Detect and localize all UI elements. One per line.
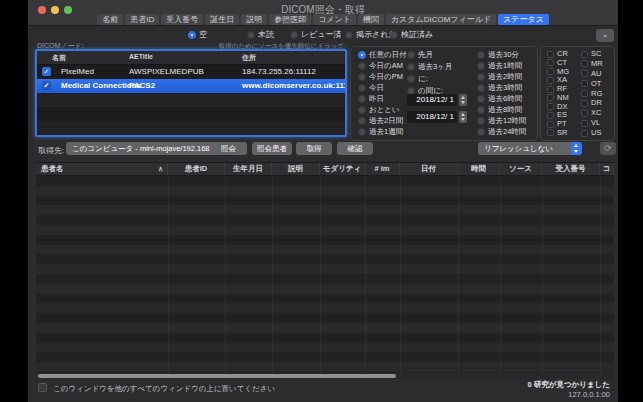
refresh-mode-dropdown[interactable]: リフレッシュしない bbox=[478, 142, 582, 155]
modality-rg[interactable]: RG bbox=[581, 90, 603, 98]
date-radio-quick-6[interactable]: 過去2日間 bbox=[358, 116, 407, 126]
date-radio-hours-3[interactable]: 過去3時間 bbox=[477, 83, 526, 93]
node-col-address[interactable]: 住所 bbox=[242, 53, 256, 63]
checkbox-icon bbox=[547, 112, 554, 119]
node-empty-row bbox=[37, 107, 345, 121]
checkbox-checked-icon[interactable]: ✓ bbox=[42, 67, 51, 76]
date-to-stepper[interactable] bbox=[459, 111, 467, 123]
results-col-2[interactable]: 生年月日 bbox=[225, 163, 272, 175]
modality-au[interactable]: AU bbox=[581, 70, 603, 78]
date-radio-hours-5[interactable]: 過去8時間 bbox=[477, 105, 526, 115]
modality-column-2: SCMRAUOTRGDRXCVLUS bbox=[581, 50, 603, 137]
date-radio-hours-6[interactable]: 過去12時間 bbox=[477, 116, 526, 126]
date-hours-column: 過去30分過去1時間過去2時間過去3時間過去6時間過去8時間過去12時間過去24… bbox=[477, 50, 526, 137]
date-radio-hours-0[interactable]: 過去30分 bbox=[477, 50, 526, 60]
radio-icon bbox=[358, 117, 366, 125]
scrollbar-thumb[interactable] bbox=[38, 374, 396, 378]
results-col-5[interactable]: # im bbox=[365, 163, 400, 175]
date-radio-month-1[interactable]: 過去3ヶ月 bbox=[407, 62, 452, 72]
dicom-node-table[interactable]: 名前 AETitle 住所 ✓PixelMedAWSPIXELMEDPUB184… bbox=[35, 49, 347, 137]
status-radio-1[interactable]: 未読 bbox=[247, 29, 274, 40]
tab-7[interactable]: 機関 bbox=[358, 14, 384, 25]
expand-options-button[interactable]: ⌄ bbox=[596, 29, 614, 42]
modality-mr[interactable]: MR bbox=[581, 60, 603, 68]
date-from-stepper[interactable] bbox=[459, 94, 467, 106]
modality-label: AU bbox=[591, 70, 601, 78]
modality-vl[interactable]: VL bbox=[581, 119, 603, 127]
tab-3[interactable]: 誕生日 bbox=[205, 14, 239, 25]
node-col-aetitle[interactable]: AETitle bbox=[129, 53, 153, 60]
verify-button[interactable]: 確認 bbox=[337, 142, 373, 155]
tab-1[interactable]: 患者ID bbox=[125, 14, 159, 25]
date-radio-quick-2[interactable]: 今日のPM bbox=[358, 72, 407, 82]
date-radio-hours-1[interactable]: 過去1時間 bbox=[477, 61, 526, 71]
node-row-1[interactable]: ✓Medical ConnectionsPACS2www.dicomserver… bbox=[37, 79, 345, 93]
modality-nm[interactable]: NM bbox=[547, 94, 569, 102]
tab-2[interactable]: 受入番号 bbox=[161, 14, 203, 25]
horizontal-scrollbar[interactable] bbox=[36, 373, 614, 379]
date-radio-quick-4[interactable]: 昨日 bbox=[358, 94, 407, 104]
results-col-10[interactable]: コ bbox=[600, 163, 614, 175]
results-col-1[interactable]: 患者ID bbox=[168, 163, 225, 175]
date-radio-quick-1[interactable]: 今日のAM bbox=[358, 61, 407, 71]
tab-0[interactable]: 名前 bbox=[97, 14, 123, 25]
status-radio-2[interactable]: レビュー済 bbox=[290, 29, 342, 40]
results-col-7[interactable]: 時間 bbox=[458, 163, 500, 175]
modality-sr[interactable]: SR bbox=[547, 129, 569, 137]
status-radio-4[interactable]: 検証済み bbox=[390, 29, 433, 40]
column-separator bbox=[365, 176, 366, 373]
modality-ct[interactable]: CT bbox=[547, 59, 569, 67]
modality-label: VL bbox=[591, 119, 600, 127]
radio-icon bbox=[358, 128, 366, 136]
radio-icon bbox=[477, 51, 485, 59]
checkbox-checked-icon[interactable]: ✓ bbox=[42, 81, 51, 90]
date-radio-quick-7[interactable]: 過去1週間 bbox=[358, 127, 407, 137]
date-radio-quick-0[interactable]: 任意の日付 bbox=[358, 50, 407, 60]
results-col-3[interactable]: 説明 bbox=[272, 163, 320, 175]
node-row-0[interactable]: ✓PixelMedAWSPIXELMEDPUB184.73.255.26:111… bbox=[37, 65, 345, 79]
date-radio-quick-3[interactable]: 今日 bbox=[358, 83, 407, 93]
tab-8[interactable]: カスタムDICOMフィールド bbox=[386, 14, 496, 25]
results-col-6[interactable]: 日付 bbox=[400, 163, 458, 175]
tab-9[interactable]: ステータス bbox=[498, 14, 549, 25]
status-radio-label: 検証済み bbox=[401, 29, 433, 40]
status-radio-3[interactable]: 掲示された bbox=[345, 29, 397, 40]
refresh-button[interactable]: ⟳ bbox=[600, 142, 616, 155]
results-col-0[interactable]: 患者名∧ bbox=[36, 163, 168, 175]
query-patient-button[interactable]: 照会患者 bbox=[252, 142, 292, 155]
status-radio-0[interactable]: 空 bbox=[188, 29, 207, 40]
modality-cr[interactable]: CR bbox=[547, 50, 569, 58]
date-radio-hours-2[interactable]: 過去2時間 bbox=[477, 72, 526, 82]
modality-sc[interactable]: SC bbox=[581, 50, 603, 58]
checkbox-icon bbox=[547, 59, 554, 66]
keep-on-top-label: このウィンドウを他のすべてのウィンドウの上に置いてください bbox=[53, 384, 275, 394]
modality-pt[interactable]: PT bbox=[547, 120, 569, 128]
tab-5[interactable]: 参照医師 bbox=[269, 14, 311, 25]
query-button[interactable]: 照会 bbox=[210, 142, 247, 155]
date-from-field[interactable]: 2018/12/ 1 bbox=[407, 94, 457, 106]
date-radio-hours-7[interactable]: 過去24時間 bbox=[477, 127, 526, 137]
date-radio-quick-5[interactable]: おととい bbox=[358, 105, 407, 115]
tab-4[interactable]: 説明 bbox=[241, 14, 267, 25]
date-radio-month-2[interactable]: に: bbox=[407, 74, 452, 84]
tab-6[interactable]: コメント bbox=[313, 14, 356, 25]
keep-on-top-checkbox[interactable] bbox=[38, 383, 47, 392]
modality-xc[interactable]: XC bbox=[581, 109, 603, 117]
modality-dr[interactable]: DR bbox=[581, 99, 603, 107]
node-address: www.dicomserver.co.uk:11112 bbox=[242, 81, 347, 90]
retrieve-button[interactable]: 取得 bbox=[296, 142, 332, 155]
modality-rf[interactable]: RF bbox=[547, 85, 569, 93]
date-radio-hours-4[interactable]: 過去6時間 bbox=[477, 94, 526, 104]
results-col-9[interactable]: 受入番号 bbox=[542, 163, 600, 175]
results-col-4[interactable]: モダリティ bbox=[320, 163, 365, 175]
results-table-body[interactable] bbox=[36, 176, 614, 373]
date-radio-quick-label: 昨日 bbox=[369, 94, 384, 104]
node-col-name[interactable]: 名前 bbox=[52, 53, 66, 63]
node-aetitle: PACS2 bbox=[129, 81, 155, 90]
results-col-8[interactable]: ソース bbox=[500, 163, 542, 175]
date-radio-month-0[interactable]: 先月 bbox=[407, 50, 452, 60]
radio-icon bbox=[188, 31, 196, 39]
modality-us[interactable]: US bbox=[581, 129, 603, 137]
modality-ot[interactable]: OT bbox=[581, 80, 603, 88]
date-to-field[interactable]: 2018/12/ 1 bbox=[407, 111, 457, 123]
